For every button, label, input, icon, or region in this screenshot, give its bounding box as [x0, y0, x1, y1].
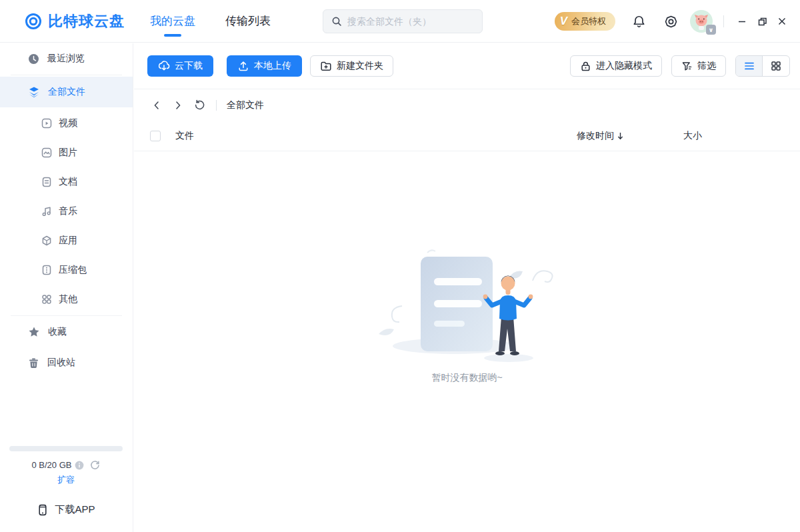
sidebar-item-label: 其他: [59, 293, 77, 305]
cloud-download-button[interactable]: 云下载: [147, 55, 213, 77]
sidebar-item-videos[interactable]: 视频: [0, 109, 133, 138]
list-view-icon[interactable]: [736, 56, 763, 76]
view-toggle: [735, 55, 790, 77]
sidebar-item-documents[interactable]: 文档: [0, 167, 133, 197]
gear-icon[interactable]: [659, 10, 682, 33]
sidebar-item-label: 视频: [59, 117, 77, 129]
tab-my-drive[interactable]: 我的云盘: [150, 0, 195, 43]
empty-illustration: [361, 241, 574, 364]
new-folder-icon: [320, 60, 332, 72]
hidden-mode-button[interactable]: 进入隐藏模式: [570, 55, 662, 77]
star-icon: [28, 326, 40, 338]
sidebar-item-archives[interactable]: 压缩包: [0, 255, 133, 285]
app-icon: [41, 235, 52, 246]
toolbar: 云下载 本地上传 新建文件夹: [147, 55, 790, 77]
search-input[interactable]: [347, 16, 467, 27]
archive-icon: [41, 265, 52, 275]
main-content: 云下载 本地上传 新建文件夹: [134, 43, 800, 532]
sidebar-item-images[interactable]: 图片: [0, 138, 133, 167]
phone-icon: [37, 504, 49, 516]
sidebar-divider: [11, 315, 122, 316]
others-icon: [41, 294, 52, 305]
avatar[interactable]: ∨: [690, 10, 713, 33]
select-all-checkbox[interactable]: [150, 131, 161, 141]
info-icon[interactable]: [75, 461, 84, 470]
main-tabs: 我的云盘 传输列表: [150, 0, 271, 43]
file-table-header: 文件 修改时间 大小: [134, 121, 800, 151]
clock-icon: [28, 53, 39, 65]
sidebar-item-all-files[interactable]: 全部文件: [0, 77, 133, 107]
vip-v-icon: V: [560, 15, 567, 28]
sidebar-item-label: 文档: [59, 176, 77, 188]
breadcrumb-divider: [216, 100, 217, 111]
grid-view-icon[interactable]: [763, 56, 789, 76]
breadcrumb-current: 全部文件: [227, 99, 264, 111]
hidden-mode-label: 进入隐藏模式: [596, 60, 652, 72]
sidebar-item-label: 回收站: [47, 357, 75, 369]
close-icon[interactable]: [772, 11, 792, 31]
tab-transfer-list[interactable]: 传输列表: [225, 0, 271, 43]
sidebar-item-label: 压缩包: [59, 264, 87, 276]
upload-icon: [237, 60, 249, 72]
filter-button[interactable]: 筛选: [671, 55, 726, 77]
sidebar-item-label: 音乐: [59, 205, 77, 217]
music-icon: [41, 206, 52, 217]
local-upload-label: 本地上传: [254, 60, 291, 72]
sidebar-item-music[interactable]: 音乐: [0, 197, 133, 226]
layers-icon: [28, 86, 40, 98]
cloud-download-label: 云下载: [175, 60, 203, 72]
restore-icon[interactable]: [752, 11, 772, 31]
filter-icon: [681, 61, 693, 72]
bell-icon[interactable]: [627, 10, 650, 33]
cloud-download-icon: [158, 60, 170, 72]
sidebar-item-label: 最近浏览: [47, 53, 85, 65]
new-folder-label: 新建文件夹: [337, 60, 383, 72]
lock-icon: [580, 61, 591, 72]
minimize-icon[interactable]: [732, 11, 752, 31]
vip-check-badge-icon: ∨: [706, 25, 716, 35]
vip-badge-label: 会员特权: [571, 15, 606, 27]
empty-state: 暂时没有数据哟~: [134, 241, 800, 384]
sidebar-item-apps[interactable]: 应用: [0, 226, 133, 255]
download-app-label: 下载APP: [55, 503, 95, 516]
sidebar-item-label: 全部文件: [48, 86, 85, 98]
logo-text: 比特球云盘: [48, 11, 125, 31]
app-logo: 比特球云盘: [24, 11, 125, 31]
column-modified-label: 修改时间: [577, 130, 614, 142]
video-icon: [41, 118, 52, 129]
sort-desc-icon: [617, 132, 624, 140]
back-icon[interactable]: [149, 97, 165, 113]
storage-progress-bar: [9, 446, 123, 451]
sidebar-item-recycle-bin[interactable]: 回收站: [0, 348, 133, 377]
download-app-button[interactable]: 下载APP: [0, 503, 132, 516]
local-upload-button[interactable]: 本地上传: [227, 55, 302, 77]
app-header: 比特球云盘 我的云盘 传输列表 V 会员特权: [0, 0, 800, 43]
column-modified[interactable]: 修改时间: [577, 130, 624, 142]
header-right-cluster: V 会员特权: [555, 0, 800, 43]
vip-privilege-badge[interactable]: V 会员特权: [555, 12, 615, 31]
refresh-icon[interactable]: [90, 460, 100, 470]
column-file: 文件: [175, 130, 194, 142]
sidebar-item-label: 收藏: [48, 326, 67, 338]
sidebar-item-label: 图片: [59, 147, 77, 159]
reload-icon[interactable]: [191, 97, 207, 113]
header-divider: [723, 15, 724, 27]
column-size: 大小: [683, 130, 702, 142]
search-icon: [331, 16, 342, 27]
sidebar-item-others[interactable]: 其他: [0, 285, 133, 314]
breadcrumb: 全部文件: [134, 89, 800, 121]
image-icon: [41, 147, 52, 158]
sidebar-item-recent[interactable]: 最近浏览: [0, 44, 133, 73]
sidebar-divider: [11, 75, 122, 75]
sidebar-item-favorites[interactable]: 收藏: [0, 317, 133, 347]
forward-icon[interactable]: [170, 97, 186, 113]
expand-storage-link[interactable]: 扩容: [57, 474, 75, 486]
storage-usage: 0 B/20 GB: [32, 460, 72, 470]
new-folder-button[interactable]: 新建文件夹: [310, 55, 393, 77]
trash-icon: [28, 357, 39, 369]
sidebar: 最近浏览 全部文件 视频: [0, 43, 133, 532]
logo-rings-icon: [24, 12, 43, 31]
filter-label: 筛选: [697, 60, 716, 72]
document-icon: [41, 177, 52, 187]
search-box[interactable]: [323, 9, 483, 33]
